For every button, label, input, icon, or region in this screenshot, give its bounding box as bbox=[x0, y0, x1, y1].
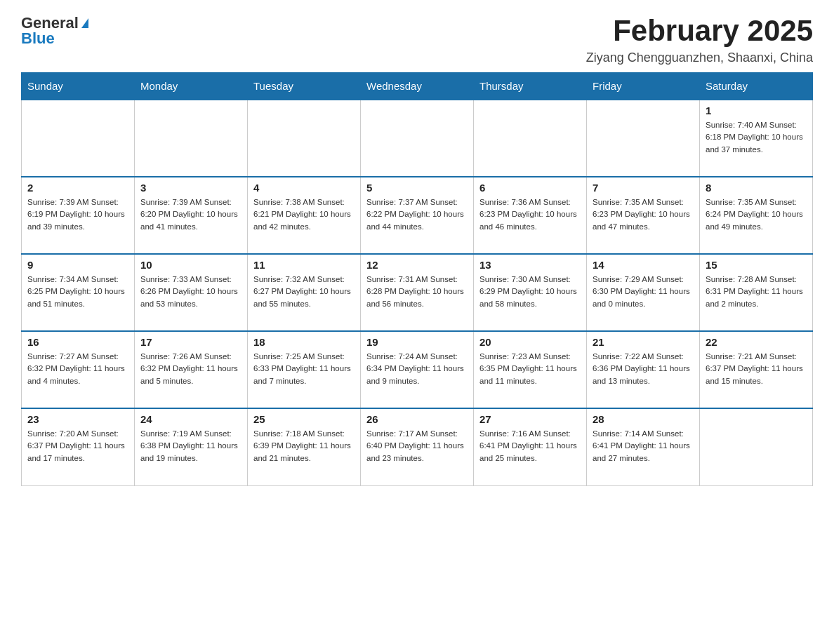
calendar-cell: 6Sunrise: 7:36 AM Sunset: 6:23 PM Daylig… bbox=[474, 177, 587, 254]
calendar-header-wednesday: Wednesday bbox=[361, 73, 474, 100]
calendar-header-tuesday: Tuesday bbox=[248, 73, 361, 100]
day-number: 28 bbox=[593, 413, 694, 425]
calendar-table: SundayMondayTuesdayWednesdayThursdayFrid… bbox=[21, 72, 813, 486]
day-number: 18 bbox=[253, 336, 355, 348]
calendar-cell: 25Sunrise: 7:18 AM Sunset: 6:39 PM Dayli… bbox=[248, 408, 361, 485]
day-info: Sunrise: 7:36 AM Sunset: 6:23 PM Dayligh… bbox=[479, 196, 581, 233]
day-info: Sunrise: 7:35 AM Sunset: 6:23 PM Dayligh… bbox=[593, 196, 694, 233]
calendar-cell: 14Sunrise: 7:29 AM Sunset: 6:30 PM Dayli… bbox=[587, 254, 700, 331]
calendar-header-saturday: Saturday bbox=[700, 73, 813, 100]
day-number: 3 bbox=[140, 182, 241, 194]
day-info: Sunrise: 7:26 AM Sunset: 6:32 PM Dayligh… bbox=[140, 351, 241, 387]
day-info: Sunrise: 7:16 AM Sunset: 6:41 PM Dayligh… bbox=[479, 428, 581, 464]
day-info: Sunrise: 7:31 AM Sunset: 6:28 PM Dayligh… bbox=[366, 274, 468, 310]
calendar-cell: 12Sunrise: 7:31 AM Sunset: 6:28 PM Dayli… bbox=[361, 254, 474, 331]
day-info: Sunrise: 7:33 AM Sunset: 6:26 PM Dayligh… bbox=[140, 274, 241, 310]
calendar-week-row: 23Sunrise: 7:20 AM Sunset: 6:37 PM Dayli… bbox=[22, 408, 813, 485]
calendar-cell: 13Sunrise: 7:30 AM Sunset: 6:29 PM Dayli… bbox=[474, 254, 587, 331]
day-number: 20 bbox=[479, 336, 581, 348]
calendar-cell: 26Sunrise: 7:17 AM Sunset: 6:40 PM Dayli… bbox=[361, 408, 474, 485]
day-info: Sunrise: 7:32 AM Sunset: 6:27 PM Dayligh… bbox=[253, 274, 355, 310]
calendar-cell: 27Sunrise: 7:16 AM Sunset: 6:41 PM Dayli… bbox=[474, 408, 587, 485]
calendar-cell: 2Sunrise: 7:39 AM Sunset: 6:19 PM Daylig… bbox=[22, 177, 135, 254]
day-info: Sunrise: 7:22 AM Sunset: 6:36 PM Dayligh… bbox=[593, 351, 694, 387]
day-info: Sunrise: 7:28 AM Sunset: 6:31 PM Dayligh… bbox=[706, 274, 807, 310]
logo-triangle-icon bbox=[81, 18, 88, 28]
title-section: February 2025 Ziyang Chengguanzhen, Shaa… bbox=[586, 14, 813, 65]
day-number: 15 bbox=[706, 259, 807, 271]
calendar-header-row: SundayMondayTuesdayWednesdayThursdayFrid… bbox=[22, 73, 813, 100]
day-info: Sunrise: 7:25 AM Sunset: 6:33 PM Dayligh… bbox=[253, 351, 355, 387]
day-number: 17 bbox=[140, 336, 241, 348]
calendar-header-monday: Monday bbox=[135, 73, 248, 100]
day-info: Sunrise: 7:38 AM Sunset: 6:21 PM Dayligh… bbox=[253, 196, 355, 233]
day-number: 4 bbox=[253, 182, 355, 194]
calendar-header-friday: Friday bbox=[587, 73, 700, 100]
calendar-week-row: 9Sunrise: 7:34 AM Sunset: 6:25 PM Daylig… bbox=[22, 254, 813, 331]
day-info: Sunrise: 7:39 AM Sunset: 6:20 PM Dayligh… bbox=[140, 196, 241, 233]
calendar-cell bbox=[361, 100, 474, 177]
calendar-cell: 3Sunrise: 7:39 AM Sunset: 6:20 PM Daylig… bbox=[135, 177, 248, 254]
logo: General Blue bbox=[21, 14, 88, 48]
calendar-cell: 20Sunrise: 7:23 AM Sunset: 6:35 PM Dayli… bbox=[474, 331, 587, 408]
calendar-cell: 1Sunrise: 7:40 AM Sunset: 6:18 PM Daylig… bbox=[700, 100, 813, 177]
day-info: Sunrise: 7:19 AM Sunset: 6:38 PM Dayligh… bbox=[140, 428, 241, 464]
calendar-cell: 22Sunrise: 7:21 AM Sunset: 6:37 PM Dayli… bbox=[700, 331, 813, 408]
logo-blue-text: Blue bbox=[21, 29, 55, 48]
day-number: 25 bbox=[253, 413, 355, 425]
location-title: Ziyang Chengguanzhen, Shaanxi, China bbox=[586, 51, 813, 65]
day-info: Sunrise: 7:24 AM Sunset: 6:34 PM Dayligh… bbox=[366, 351, 468, 387]
day-info: Sunrise: 7:20 AM Sunset: 6:37 PM Dayligh… bbox=[27, 428, 128, 464]
day-info: Sunrise: 7:21 AM Sunset: 6:37 PM Dayligh… bbox=[706, 351, 807, 387]
day-info: Sunrise: 7:14 AM Sunset: 6:41 PM Dayligh… bbox=[593, 428, 694, 464]
day-number: 13 bbox=[479, 259, 581, 271]
day-info: Sunrise: 7:35 AM Sunset: 6:24 PM Dayligh… bbox=[706, 196, 807, 233]
calendar-cell: 15Sunrise: 7:28 AM Sunset: 6:31 PM Dayli… bbox=[700, 254, 813, 331]
calendar-cell: 10Sunrise: 7:33 AM Sunset: 6:26 PM Dayli… bbox=[135, 254, 248, 331]
day-info: Sunrise: 7:40 AM Sunset: 6:18 PM Dayligh… bbox=[706, 119, 807, 156]
calendar-cell: 9Sunrise: 7:34 AM Sunset: 6:25 PM Daylig… bbox=[22, 254, 135, 331]
day-number: 22 bbox=[706, 336, 807, 348]
day-info: Sunrise: 7:29 AM Sunset: 6:30 PM Dayligh… bbox=[593, 274, 694, 310]
day-info: Sunrise: 7:17 AM Sunset: 6:40 PM Dayligh… bbox=[366, 428, 468, 464]
calendar-cell: 17Sunrise: 7:26 AM Sunset: 6:32 PM Dayli… bbox=[135, 331, 248, 408]
day-number: 21 bbox=[593, 336, 694, 348]
calendar-cell: 18Sunrise: 7:25 AM Sunset: 6:33 PM Dayli… bbox=[248, 331, 361, 408]
day-number: 26 bbox=[366, 413, 468, 425]
calendar-cell bbox=[135, 100, 248, 177]
calendar-cell bbox=[248, 100, 361, 177]
day-number: 11 bbox=[253, 259, 355, 271]
day-number: 14 bbox=[593, 259, 694, 271]
calendar-cell: 28Sunrise: 7:14 AM Sunset: 6:41 PM Dayli… bbox=[587, 408, 700, 485]
day-number: 1 bbox=[706, 105, 807, 116]
day-number: 23 bbox=[27, 413, 128, 425]
day-info: Sunrise: 7:23 AM Sunset: 6:35 PM Dayligh… bbox=[479, 351, 581, 387]
calendar-cell: 23Sunrise: 7:20 AM Sunset: 6:37 PM Dayli… bbox=[22, 408, 135, 485]
day-info: Sunrise: 7:34 AM Sunset: 6:25 PM Dayligh… bbox=[27, 274, 128, 310]
calendar-cell: 11Sunrise: 7:32 AM Sunset: 6:27 PM Dayli… bbox=[248, 254, 361, 331]
day-number: 9 bbox=[27, 259, 128, 271]
day-info: Sunrise: 7:39 AM Sunset: 6:19 PM Dayligh… bbox=[27, 196, 128, 233]
calendar-cell bbox=[474, 100, 587, 177]
day-info: Sunrise: 7:37 AM Sunset: 6:22 PM Dayligh… bbox=[366, 196, 468, 233]
calendar-week-row: 1Sunrise: 7:40 AM Sunset: 6:18 PM Daylig… bbox=[22, 100, 813, 177]
calendar-cell: 7Sunrise: 7:35 AM Sunset: 6:23 PM Daylig… bbox=[587, 177, 700, 254]
day-number: 24 bbox=[140, 413, 241, 425]
calendar-cell: 21Sunrise: 7:22 AM Sunset: 6:36 PM Dayli… bbox=[587, 331, 700, 408]
day-number: 10 bbox=[140, 259, 241, 271]
day-info: Sunrise: 7:27 AM Sunset: 6:32 PM Dayligh… bbox=[27, 351, 128, 387]
calendar-cell bbox=[587, 100, 700, 177]
calendar-cell: 24Sunrise: 7:19 AM Sunset: 6:38 PM Dayli… bbox=[135, 408, 248, 485]
day-number: 19 bbox=[366, 336, 468, 348]
calendar-cell: 5Sunrise: 7:37 AM Sunset: 6:22 PM Daylig… bbox=[361, 177, 474, 254]
day-number: 16 bbox=[27, 336, 128, 348]
calendar-header-thursday: Thursday bbox=[474, 73, 587, 100]
calendar-cell bbox=[700, 408, 813, 485]
month-title: February 2025 bbox=[586, 14, 813, 48]
calendar-cell: 19Sunrise: 7:24 AM Sunset: 6:34 PM Dayli… bbox=[361, 331, 474, 408]
day-info: Sunrise: 7:18 AM Sunset: 6:39 PM Dayligh… bbox=[253, 428, 355, 464]
calendar-cell bbox=[22, 100, 135, 177]
calendar-cell: 4Sunrise: 7:38 AM Sunset: 6:21 PM Daylig… bbox=[248, 177, 361, 254]
page-header: General Blue February 2025 Ziyang Chengg… bbox=[21, 14, 813, 65]
calendar-cell: 8Sunrise: 7:35 AM Sunset: 6:24 PM Daylig… bbox=[700, 177, 813, 254]
